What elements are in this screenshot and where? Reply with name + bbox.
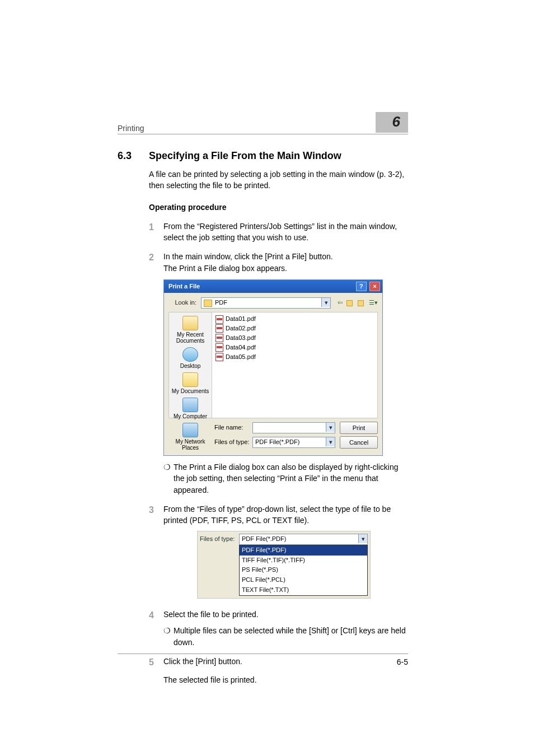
pdf-icon — [216, 334, 223, 342]
pdf-icon — [216, 343, 223, 352]
filetype-dropdown[interactable]: PDF File(*.PDF)▾ — [252, 437, 335, 448]
step-text: Select the file to be printed. — [163, 609, 259, 622]
folder-icon — [204, 300, 212, 307]
step-2-note: ❍ The Print a File dialog box can also b… — [163, 461, 408, 496]
up-folder-icon[interactable] — [346, 298, 355, 307]
chevron-down-icon[interactable]: ▾ — [321, 298, 330, 307]
section-number: 6.3 — [118, 150, 149, 162]
filetype-options-list[interactable]: PDF File(*.PDF) TIFF File(*.TIF)(*.TIFF)… — [239, 545, 368, 596]
step-text: From the “Files of type” drop-down list,… — [163, 503, 408, 526]
chevron-down-icon[interactable]: ▾ — [358, 534, 367, 543]
place-network[interactable]: My Network Places — [169, 423, 212, 451]
help-icon[interactable]: ? — [356, 282, 367, 291]
filetype-select[interactable]: PDF File(*.PDF) ▾ — [239, 534, 368, 545]
filetype-label: Files of type: — [200, 535, 239, 544]
bullet-icon: ❍ — [163, 625, 174, 648]
pdf-icon — [216, 353, 223, 361]
place-mycomputer[interactable]: My Computer — [174, 398, 207, 419]
step-2-line1: In the main window, click the [Print a F… — [163, 252, 333, 261]
step-text: From the “Registered Printers/Job Settin… — [163, 221, 408, 244]
intro-paragraph: A file can be printed by selecting a job… — [149, 169, 408, 192]
file-item[interactable]: Data04.pdf — [216, 343, 374, 352]
cancel-button[interactable]: Cancel — [340, 436, 378, 449]
bullet-icon: ❍ — [163, 461, 174, 496]
step-number: 2 — [149, 251, 163, 274]
filetype-option[interactable]: TIFF File(*.TIF)(*.TIFF) — [240, 556, 367, 566]
file-item[interactable]: Data03.pdf — [216, 334, 374, 343]
step-1: 1 From the “Registered Printers/Job Sett… — [149, 221, 408, 244]
step-number: 3 — [149, 503, 163, 526]
new-folder-icon[interactable] — [358, 298, 367, 307]
step-2-line2: The Print a File dialog box appears. — [163, 264, 287, 273]
running-head: Printing — [118, 124, 144, 133]
chapter-number: 6 — [376, 112, 408, 133]
section-title: Specifying a File From the Main Window — [149, 150, 341, 162]
pdf-icon — [216, 315, 223, 324]
file-list[interactable]: Data01.pdf Data02.pdf Data03.pdf Data04.… — [212, 312, 378, 418]
pdf-icon — [216, 324, 223, 333]
views-icon[interactable]: ☰▾ — [369, 298, 378, 307]
filetype-option[interactable]: PCL File(*.PCL) — [240, 575, 367, 585]
lookin-value: PDF — [215, 298, 227, 307]
filename-input[interactable]: ▾ — [252, 422, 335, 433]
back-icon[interactable]: ⇦ — [335, 298, 344, 307]
step-number: 1 — [149, 221, 163, 244]
step-5-result: The selected file is printed. — [163, 674, 408, 685]
filetype-dropdown-expanded: Files of type: PDF File(*.PDF) ▾ PDF Fil… — [197, 531, 371, 599]
section-heading: 6.3 Specifying a File From the Main Wind… — [118, 150, 408, 162]
page-header: Printing 6 — [118, 112, 408, 134]
step-3: 3 From the “Files of type” drop-down lis… — [149, 503, 408, 526]
place-desktop[interactable]: Desktop — [180, 347, 201, 369]
filetype-option[interactable]: PDF File(*.PDF) — [240, 545, 367, 556]
file-item[interactable]: Data05.pdf — [216, 353, 374, 362]
file-item[interactable]: Data02.pdf — [216, 324, 374, 333]
print-button[interactable]: Print — [340, 422, 378, 434]
lookin-label: Look in: — [168, 298, 196, 307]
place-recent[interactable]: My Recent Documents — [169, 316, 212, 344]
place-mydocs[interactable]: My Documents — [172, 372, 209, 394]
filetype-option[interactable]: PS File(*.PS) — [240, 565, 367, 575]
step-text: In the main window, click the [Print a F… — [163, 251, 333, 274]
operating-procedure-heading: Operating procedure — [149, 202, 408, 213]
lookin-dropdown[interactable]: PDF ▾ — [201, 297, 331, 309]
step-number: 4 — [149, 609, 163, 622]
print-a-file-dialog: Print a File ? × Look in: PDF ▾ — [163, 279, 383, 456]
step-2: 2 In the main window, click the [Print a… — [149, 251, 408, 274]
dialog-title: Print a File — [168, 282, 200, 291]
step-4-note: ❍ Multiple files can be selected while t… — [163, 625, 408, 648]
file-item[interactable]: Data01.pdf — [216, 315, 374, 324]
page-footer: 6-5 — [118, 654, 408, 666]
places-bar: My Recent Documents Desktop My Documents… — [168, 312, 212, 418]
step-4: 4 Select the file to be printed. — [149, 609, 408, 622]
chevron-down-icon[interactable]: ▾ — [326, 423, 335, 432]
filetype-label: Files of type: — [214, 438, 252, 447]
close-icon[interactable]: × — [369, 282, 380, 291]
filetype-option[interactable]: TEXT File(*.TXT) — [240, 585, 367, 595]
page-number: 6-5 — [397, 657, 408, 666]
chevron-down-icon[interactable]: ▾ — [326, 437, 335, 446]
filename-label: File name: — [214, 423, 252, 432]
